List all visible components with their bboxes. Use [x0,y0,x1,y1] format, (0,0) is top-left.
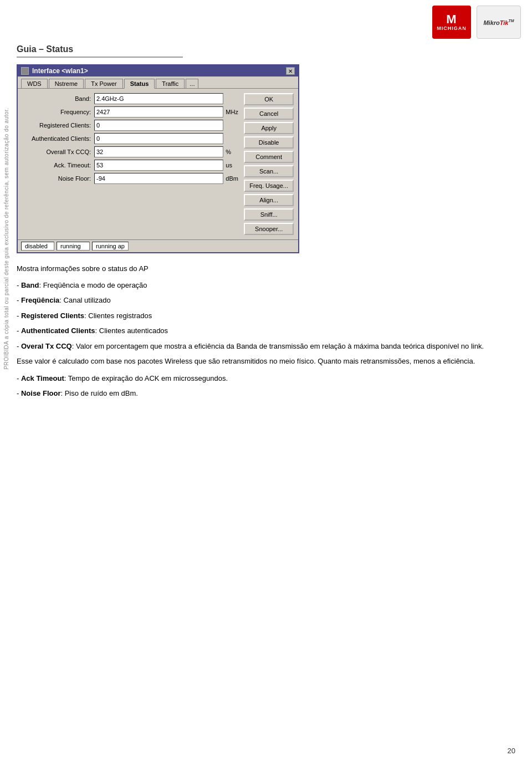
field-ccq: Overall Tx CCQ: % [22,146,239,157]
desc-freq-text: : Canal utilizado [59,296,111,304]
desc-ack: - Ack Timeout: Tempo de expiração do ACK… [17,373,521,384]
mikrotik-text2: Tik [500,19,509,25]
logo-bar: M MICHIGAN MikroTikTM [432,6,521,39]
desc-freq: - Freqüência: Canal utilizado [17,295,521,306]
input-ccq[interactable] [94,146,223,157]
page-title-section: Guia – Status [17,44,521,58]
page-title: Guia – Status [17,44,183,58]
input-band[interactable] [94,93,223,104]
label-ccq: Overall Tx CCQ: [22,149,94,155]
tab-nstreme[interactable]: Nstreme [49,79,84,88]
desc-freq-label: Freqüência [21,296,59,304]
desc-ccq-text: : Valor em porcentagem que mostra a efic… [72,342,484,350]
label-noisefloor: Noise Floor: [22,175,94,182]
michigan-logo: M MICHIGAN [432,6,471,39]
page-number: 20 [508,747,515,755]
input-acktimeout[interactable] [94,160,223,171]
dialog-titlebar: Interface <wlan1> ✕ [18,65,298,76]
input-authenticated[interactable] [94,133,223,144]
freq-usage-button[interactable]: Freq. Usage... [244,180,294,192]
label-acktimeout: Ack. Timeout: [22,162,94,168]
field-registered: Registered Clients: [22,120,239,131]
disable-button[interactable]: Disable [244,136,294,149]
tab-status[interactable]: Status [124,79,155,89]
tab-traffic[interactable]: Traffic [156,79,185,88]
mikrotik-text1: Mikro [483,19,499,25]
field-frequency: Frequency: MHz [22,106,239,118]
desc-band: - Band: Freqüência e modo de operação [17,280,521,291]
desc-band-label: Band [21,281,39,289]
status-disabled: disabled [21,242,54,251]
comment-button[interactable]: Comment [244,151,294,163]
label-band: Band: [22,95,94,102]
desc-auth-text: : Clientes autenticados [95,326,168,335]
field-band: Band: [22,93,239,104]
label-authenticated: Authenticated Clients: [22,135,94,142]
michigan-m: M [446,13,457,25]
dialog-body: Band: Frequency: MHz Registered Clients:… [18,89,298,239]
desc-noise-label: Noise Floor [21,389,61,397]
form-panel: Band: Frequency: MHz Registered Clients:… [22,93,239,235]
titlebar-left: Interface <wlan1> [21,67,88,75]
label-frequency: Frequency: [22,109,94,115]
description-section: Mostra informações sobre o status do AP … [17,263,521,399]
apply-button[interactable]: Apply [244,122,294,134]
desc-ccq: - Overal Tx CCQ: Valor em porcentagem qu… [17,341,521,352]
field-authenticated: Authenticated Clients: [22,133,239,144]
tab-txpower[interactable]: Tx Power [85,79,122,88]
field-acktimeout: Ack. Timeout: us [22,160,239,171]
desc-registered-label: Registered Clients [21,311,84,320]
cancel-button[interactable]: Cancel [244,108,294,120]
main-content: Guia – Status Interface <wlan1> ✕ WDS Ns… [17,44,521,404]
tab-wds[interactable]: WDS [21,79,48,88]
desc-registered: - Registered Clients: Clientes registrad… [17,310,521,321]
snooper-button[interactable]: Snooper... [244,223,294,235]
button-panel: OK Cancel Apply Disable Comment Scan... … [244,93,294,235]
unit-noisefloor: dBm [226,175,239,182]
mikrotik-logo: MikroTikTM [477,6,521,39]
desc-noise-text: : Piso de ruído em dBm. [60,389,137,397]
dialog-title: Interface <wlan1> [32,67,88,75]
field-noisefloor: Noise Floor: dBm [22,173,239,184]
tab-more[interactable]: ... [186,79,198,88]
align-button[interactable]: Align... [244,194,294,206]
label-registered: Registered Clients: [22,122,94,129]
unit-acktimeout: us [226,162,239,168]
desc-auth: - Authenticated Clients: Clientes autent… [17,325,521,336]
mikrotik-tm: TM [508,19,514,23]
input-registered[interactable] [94,120,223,131]
status-running-ap: running ap [92,242,129,251]
desc-registered-text: : Clientes registrados [84,311,152,320]
unit-ccq: % [226,149,239,155]
close-button[interactable]: ✕ [286,67,295,75]
dialog-window: Interface <wlan1> ✕ WDS Nstreme Tx Power… [17,64,299,253]
status-bar: disabled running running ap [18,239,298,252]
sniff-button[interactable]: Sniff... [244,208,294,221]
input-noisefloor[interactable] [94,173,223,184]
unit-frequency: MHz [226,109,239,115]
desc-intro: Mostra informações sobre o status do AP [17,263,521,274]
michigan-name: MICHIGAN [437,25,467,31]
watermark-text: PROIBIDA a cópia total ou parcial deste … [3,108,9,369]
desc-noise: - Noise Floor: Piso de ruído em dBm. [17,388,521,399]
dialog-tabs: WDS Nstreme Tx Power Status Traffic ... [18,76,298,89]
status-running: running [57,242,90,251]
desc-auth-label: Authenticated Clients [21,326,95,335]
desc-para1: Esse valor é calculado com base nos paco… [17,356,521,367]
watermark-sidebar: PROIBIDA a cópia total ou parcial deste … [0,44,12,432]
desc-ccq-label: Overal Tx CCQ [21,342,72,350]
desc-ack-text: : Tempo de expiração do ACK em microsseg… [64,374,228,382]
title-icon [21,67,29,75]
input-frequency[interactable] [94,106,223,118]
scan-button[interactable]: Scan... [244,165,294,177]
desc-ack-label: Ack Timeout [21,374,64,382]
desc-band-text: : Freqüência e modo de operação [39,281,147,289]
ok-button[interactable]: OK [244,93,294,105]
